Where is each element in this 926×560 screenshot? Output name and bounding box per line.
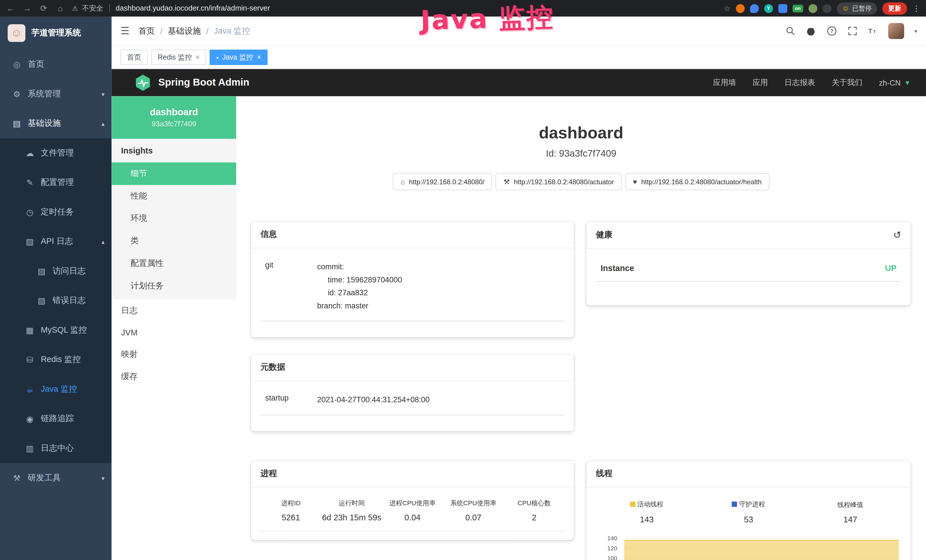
sidebar-item-access-logs[interactable]: ▨ 访问日志	[0, 256, 112, 286]
avatar[interactable]	[888, 23, 904, 39]
sidebar-item-scheduled-jobs[interactable]: ◷ 定时任务	[0, 197, 112, 227]
svg-text:?: ?	[830, 28, 833, 34]
chevron-down-icon[interactable]: ▾	[915, 28, 917, 34]
sba-item-caches[interactable]: 缓存	[112, 366, 236, 388]
font-size-icon[interactable]: T T	[868, 26, 878, 36]
sba-item-mappings[interactable]: 映射	[112, 343, 236, 366]
help-icon[interactable]: ?	[826, 26, 837, 36]
chrome-update-button[interactable]: 更新	[882, 2, 907, 14]
sba-instance-header[interactable]: dashboard 93a3fc7f7409	[112, 97, 236, 139]
sba-nav-about[interactable]: 关于我们	[832, 77, 862, 88]
health-card-header: 健康 ↺	[586, 222, 911, 248]
legend-value: 53	[698, 515, 799, 524]
metric-value: 0.07	[443, 513, 504, 522]
url-text[interactable]: dashboard.yudao.iocoder.cn/infra/admin-s…	[116, 4, 270, 12]
breadcrumb-separator: /	[206, 26, 209, 36]
sba-item-config-props[interactable]: 配置属性	[112, 252, 236, 275]
locale-selector[interactable]: zh-CN ▼	[879, 78, 911, 87]
extension-on-badge[interactable]: on	[793, 5, 803, 12]
metric-value: 6d 23h 15m 59s	[321, 513, 382, 522]
service-url-link[interactable]: ⌂ http://192.168.0.2:48080/	[393, 173, 492, 190]
sidebar-item-redis-monitor[interactable]: ⛁ Redis 监控	[0, 345, 112, 375]
heart-icon: ♥	[633, 177, 637, 186]
sidebar-item-java-monitor[interactable]: ☕ Java 监控	[0, 375, 112, 404]
sidebar-item-label: Java 监控	[41, 384, 77, 395]
sidebar-item-label: Redis 监控	[41, 354, 81, 365]
health-card: 健康 ↺ Instance UP	[586, 222, 911, 306]
sidebar-item-tracing[interactable]: ◉ 链路追踪	[0, 404, 112, 434]
extension-icon-leaf[interactable]	[808, 4, 817, 12]
link-label: http://192.168.0.2:48080/actuator/health	[641, 178, 761, 185]
sba-item-metrics[interactable]: 性能	[112, 185, 236, 207]
sba-nav-journal[interactable]: 日志报表	[785, 77, 816, 88]
sidebar-item-system[interactable]: ⚙ 系统管理 ▾	[0, 79, 112, 109]
sba-nav-applications[interactable]: 应用	[753, 77, 768, 88]
process-metric: 进程CPU使用率 0.04	[382, 499, 443, 522]
back-icon[interactable]: ←	[6, 3, 15, 13]
tab-home[interactable]: 首页	[120, 50, 147, 65]
live-threads-area	[624, 540, 899, 560]
tab-java-monitor[interactable]: ● Java 监控 ×	[210, 50, 268, 65]
sidebar-item-dev-tools[interactable]: ⚒ 研发工具 ▾	[0, 463, 112, 493]
sba-item-classes[interactable]: 类	[112, 230, 236, 253]
address-bar[interactable]: ⚠ 不安全 dashboard.yudao.iocoder.cn/infra/a…	[72, 3, 270, 13]
extension-icon-y[interactable]: Y	[764, 4, 773, 12]
legend-label: 守护进程	[739, 500, 765, 509]
sidebar-item-config-management[interactable]: ✎ 配置管理	[0, 168, 112, 197]
close-icon[interactable]: ×	[257, 53, 261, 61]
forward-icon[interactable]: →	[23, 3, 32, 13]
reload-icon[interactable]: ⟳	[39, 3, 48, 13]
status-badge: UP	[885, 263, 896, 273]
search-icon[interactable]	[785, 26, 796, 36]
sidebar-item-error-logs[interactable]: ▨ 错误日志	[0, 286, 112, 316]
sidebar-item-log-center[interactable]: ▥ 日志中心	[0, 434, 112, 463]
smiley-icon: ☺	[842, 4, 849, 12]
app-main: ☰ 首页 / 基础设施 / Java 监控	[112, 17, 926, 560]
info-value: commit: time: 1596289704000 id: 27aa832 …	[317, 260, 565, 313]
browser-menu-icon[interactable]: ⋮	[912, 4, 920, 12]
app-logo-row[interactable]: ☺ 芋道管理系统	[0, 17, 112, 50]
admin-menu: ◎ 首页 ⚙ 系统管理 ▾ ▤ 基础设施 ▴ ☁ 文件管理	[0, 50, 112, 493]
profile-paused-chip[interactable]: ☺ 已暂停	[837, 2, 877, 14]
extension-icon-orange[interactable]	[736, 4, 744, 12]
bookmark-star-icon[interactable]: ☆	[723, 4, 730, 12]
info-card-header: 信息	[251, 222, 574, 248]
tab-label: Redis 监控	[158, 52, 192, 62]
hamburger-icon[interactable]: ☰	[120, 25, 130, 37]
sidebar-item-infrastructure[interactable]: ▤ 基础设施 ▴	[0, 109, 112, 138]
breadcrumb-item[interactable]: 基础设施	[168, 26, 201, 36]
metric-value: 2	[504, 513, 564, 522]
sba-nav-wallboard[interactable]: 应用墙	[713, 77, 736, 88]
sba-item-jvm[interactable]: JVM	[112, 322, 236, 344]
extension-icon-grid[interactable]	[778, 4, 787, 12]
sidebar-item-home[interactable]: ◎ 首页	[0, 50, 112, 79]
metric-label: 进程CPU使用率	[382, 499, 443, 507]
history-icon[interactable]: ↺	[893, 229, 901, 240]
screen: ← → ⟳ ⌂ ⚠ 不安全 dashboard.yudao.iocoder.cn…	[0, 0, 926, 560]
extensions-puzzle-icon[interactable]	[823, 4, 831, 12]
sidebar-item-api-logs[interactable]: ▧ API 日志 ▴	[0, 227, 112, 256]
tab-redis-monitor[interactable]: Redis 监控 ×	[151, 50, 206, 65]
sba-item-details[interactable]: 细节	[112, 162, 236, 185]
github-icon[interactable]	[806, 26, 817, 36]
breadcrumb-item[interactable]: 首页	[138, 26, 155, 36]
sidebar-item-mysql-monitor[interactable]: ▦ MySQL 监控	[0, 316, 112, 345]
sba-item-logs[interactable]: 日志	[112, 300, 236, 322]
security-label[interactable]: 不安全	[82, 3, 103, 13]
sba-sidebar: dashboard 93a3fc7f7409 Insights 细节 性能 环境…	[112, 97, 236, 560]
sidebar-item-file-management[interactable]: ☁ 文件管理	[0, 138, 112, 168]
app-logo: ☺	[8, 24, 26, 42]
tab-label: Java 监控	[222, 52, 253, 62]
sba-main: dashboard Id: 93a3fc7f7409 ⌂ http://192.…	[236, 97, 926, 560]
fullscreen-icon[interactable]	[847, 26, 858, 36]
git-commit-line: commit:	[317, 260, 565, 274]
breadcrumb-separator: /	[160, 26, 163, 36]
sba-item-environment[interactable]: 环境	[112, 207, 236, 230]
close-icon[interactable]: ×	[195, 53, 200, 61]
extension-icon-drop[interactable]	[750, 4, 759, 12]
sba-item-scheduled-tasks[interactable]: 计划任务	[112, 275, 236, 297]
health-url-link[interactable]: ♥ http://192.168.0.2:48080/actuator/heal…	[625, 173, 769, 190]
browser-home-icon[interactable]: ⌂	[56, 3, 65, 13]
sba-brand[interactable]: Spring Boot Admin	[134, 74, 249, 92]
actuator-url-link[interactable]: ⚒ http://192.168.0.2:48080/actuator	[496, 173, 622, 190]
